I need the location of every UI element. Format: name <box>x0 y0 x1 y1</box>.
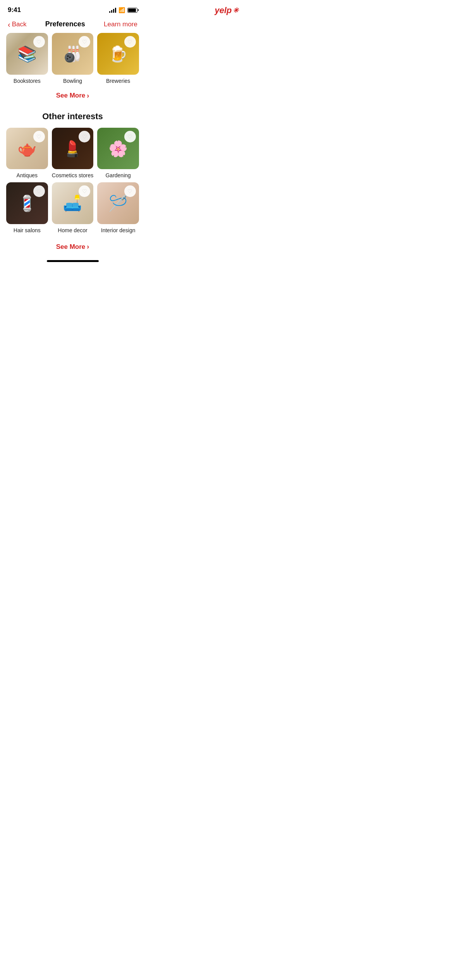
other-interests-grid-row1: ♡ Antiques ♡ Cosmetics stores ♡ Gardenin… <box>0 128 145 179</box>
hair-salons-image: ♡ <box>6 182 48 224</box>
home-bar <box>47 260 99 262</box>
list-item: ♡ Bowling <box>52 33 94 84</box>
cosmetics-label: Cosmetics stores <box>52 172 93 178</box>
gardening-label: Gardening <box>105 172 130 178</box>
breweries-favorite-button[interactable]: ♡ <box>124 36 136 48</box>
back-label: Back <box>12 21 27 28</box>
status-time: 9:41 <box>8 6 21 14</box>
breweries-image: ♡ <box>97 33 139 75</box>
list-item: ♡ Cosmetics stores <box>52 128 94 179</box>
page-title: Preferences <box>45 20 85 28</box>
bowling-favorite-button[interactable]: ♡ <box>79 36 90 48</box>
bookstores-favorite-button[interactable]: ♡ <box>33 36 45 48</box>
heart-icon: ♡ <box>36 134 41 139</box>
chevron-right-icon: › <box>87 243 89 251</box>
signal-icon <box>109 7 116 13</box>
heart-icon: ♡ <box>127 39 132 45</box>
list-item: ♡ Breweries <box>97 33 139 84</box>
other-interests-grid-row2: ♡ Hair salons ♡ Home decor ♡ Interior de… <box>0 182 145 233</box>
interior-design-label: Interior design <box>101 227 136 233</box>
antiques-label: Antiques <box>17 172 38 178</box>
learn-more-button[interactable]: Learn more <box>104 21 137 28</box>
list-item: ♡ Bookstores <box>6 33 48 84</box>
cosmetics-favorite-button[interactable]: ♡ <box>79 131 90 142</box>
bowling-image: ♡ <box>52 33 94 75</box>
cosmetics-image: ♡ <box>52 128 94 170</box>
home-indicator <box>0 257 145 266</box>
list-item: ♡ Home decor <box>52 182 94 233</box>
heart-icon: ♡ <box>127 134 132 139</box>
list-item: ♡ Hair salons <box>6 182 48 233</box>
heart-icon: ♡ <box>36 39 41 45</box>
gardening-favorite-button[interactable]: ♡ <box>124 131 136 142</box>
hair-salons-favorite-button[interactable]: ♡ <box>33 185 45 197</box>
wifi-icon: 📶 <box>118 7 125 13</box>
antiques-image: ♡ <box>6 128 48 170</box>
nav-bar: ‹ Back Preferences Learn more <box>0 17 145 33</box>
back-chevron-icon: ‹ <box>8 21 10 28</box>
list-item: ♡ Gardening <box>97 128 139 179</box>
chevron-right-icon: › <box>87 92 89 100</box>
see-more-other-button[interactable]: See More › <box>56 243 89 251</box>
home-decor-image: ♡ <box>52 182 94 224</box>
heart-icon: ♡ <box>127 188 132 194</box>
see-more-top-label: See More <box>56 92 86 99</box>
breweries-label: Breweries <box>106 78 130 84</box>
list-item: ♡ Interior design <box>97 182 139 233</box>
heart-icon: ♡ <box>82 188 87 194</box>
heart-icon: ♡ <box>82 134 87 139</box>
status-bar: 9:41 yelp✳ 📶 <box>0 0 145 17</box>
hair-salons-label: Hair salons <box>14 227 41 233</box>
status-icons: 📶 <box>109 7 137 13</box>
see-more-top-button[interactable]: See More › <box>56 92 89 100</box>
see-more-other-row: See More › <box>0 233 145 257</box>
heart-icon: ♡ <box>36 188 41 194</box>
bookstores-image: ♡ <box>6 33 48 75</box>
antiques-favorite-button[interactable]: ♡ <box>33 131 45 142</box>
bookstores-label: Bookstores <box>14 78 41 84</box>
heart-icon: ♡ <box>82 39 87 45</box>
interior-design-image: ♡ <box>97 182 139 224</box>
home-decor-label: Home decor <box>58 227 87 233</box>
back-button[interactable]: ‹ Back <box>8 21 26 28</box>
interior-design-favorite-button[interactable]: ♡ <box>124 185 136 197</box>
see-more-top-row: See More › <box>0 84 145 104</box>
bowling-label: Bowling <box>63 78 82 84</box>
other-interests-heading: Other interests <box>0 104 145 128</box>
home-decor-favorite-button[interactable]: ♡ <box>79 185 90 197</box>
gardening-image: ♡ <box>97 128 139 170</box>
top-category-grid: ♡ Bookstores ♡ Bowling ♡ Breweries <box>0 33 145 84</box>
list-item: ♡ Antiques <box>6 128 48 179</box>
battery-icon <box>127 8 137 13</box>
see-more-other-label: See More <box>56 243 86 251</box>
